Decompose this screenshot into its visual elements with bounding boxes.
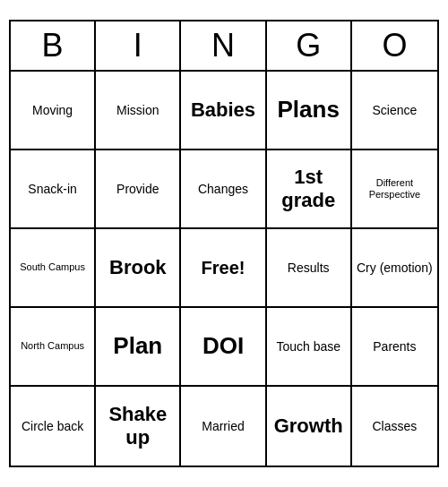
header-letter: G: [267, 21, 352, 70]
bingo-cell: Free!: [181, 229, 266, 308]
bingo-cell: South Campus: [11, 229, 96, 308]
bingo-cell: 1st grade: [267, 150, 352, 229]
bingo-header: BINGO: [11, 21, 437, 72]
header-letter: B: [11, 21, 96, 70]
bingo-cell: Moving: [11, 72, 96, 150]
bingo-cell: Provide: [96, 150, 181, 229]
bingo-cell: Mission: [96, 72, 181, 150]
bingo-cell: Changes: [181, 150, 266, 229]
bingo-cell: Science: [352, 72, 437, 150]
bingo-cell: Babies: [181, 72, 266, 150]
bingo-cell: Married: [181, 387, 266, 466]
header-letter: O: [352, 21, 437, 70]
bingo-cell: Classes: [352, 387, 437, 466]
bingo-cell: Plans: [267, 72, 352, 150]
bingo-grid: MovingMissionBabiesPlansScienceSnack-inP…: [11, 72, 437, 466]
bingo-cell: Different Perspective: [352, 150, 437, 229]
bingo-cell: DOI: [181, 308, 266, 387]
bingo-cell: Brook: [96, 229, 181, 308]
bingo-cell: Parents: [352, 308, 437, 387]
bingo-cell: Circle back: [11, 387, 96, 466]
bingo-card: BINGO MovingMissionBabiesPlansScienceSna…: [9, 20, 439, 467]
bingo-cell: North Campus: [11, 308, 96, 387]
bingo-cell: Touch base: [267, 308, 352, 387]
bingo-cell: Shake up: [96, 387, 181, 466]
bingo-cell: Plan: [96, 308, 181, 387]
bingo-cell: Growth: [267, 387, 352, 466]
header-letter: I: [96, 21, 181, 70]
bingo-cell: Cry (emotion): [352, 229, 437, 308]
bingo-cell: Results: [267, 229, 352, 308]
bingo-cell: Snack-in: [11, 150, 96, 229]
header-letter: N: [181, 21, 266, 70]
